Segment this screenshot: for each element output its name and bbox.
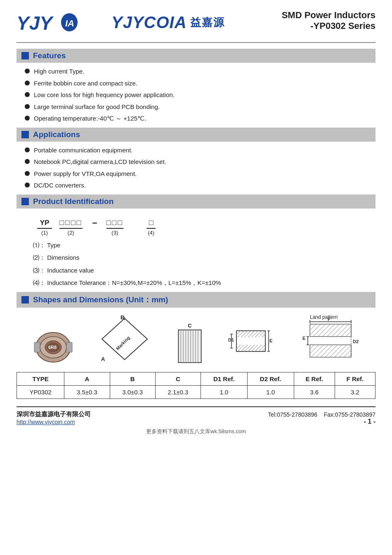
pid-legend-desc-3: Inductance value: [47, 267, 94, 274]
pid-num-4: (4): [148, 230, 154, 236]
shapes-diagrams-row: 6R8 B A Marking: [17, 314, 375, 364]
cell-b: 3.0±0.3: [110, 385, 155, 398]
cell-e: 3.6: [294, 385, 335, 398]
svg-rect-44: [310, 345, 351, 357]
website-link[interactable]: http://www.yjycoin.com: [17, 419, 75, 425]
side-svg: D1 E: [228, 318, 274, 364]
list-item: High current Type.: [25, 67, 375, 76]
shapes-square-icon: [21, 296, 29, 304]
inductor-diagram: 6R8: [33, 327, 74, 364]
bullet-icon: [25, 116, 30, 121]
svg-text:E: E: [302, 336, 305, 341]
land-pattern-diagram: Land pattern F: [298, 314, 359, 364]
rect-svg: [177, 329, 202, 364]
land-svg: F E D2: [298, 314, 359, 364]
svg-rect-43: [310, 324, 351, 337]
list-item: Ferrite bobbin core and compact size.: [25, 79, 375, 88]
list-item: DC/DC converters.: [25, 181, 375, 190]
footer-fax: Fax:0755-27803897: [324, 411, 375, 418]
pid-legend-desc-1: Type: [47, 242, 61, 249]
bullet-icon: [25, 159, 30, 164]
pid-part-3: □□□ (3): [106, 218, 124, 236]
header: YJY IA YJYCOIA 益嘉源 SMD Power Inductors -…: [17, 10, 375, 35]
feature-text: Large terminal surface for good PCB bond…: [34, 102, 160, 112]
features-list: High current Type. Ferrite bobbin core a…: [25, 67, 375, 123]
main-title: SMD Power Inductors: [282, 10, 375, 21]
table-header-e: E Ref.: [294, 372, 335, 385]
pid-legend-num-2: ⑵：: [33, 254, 45, 261]
bullet-icon: [25, 183, 30, 187]
company-name: 深圳市益嘉源电子有限公司: [17, 410, 91, 418]
label-c: C: [188, 323, 191, 329]
pid-separator-1: －: [90, 217, 99, 229]
bullet-icon: [25, 147, 30, 152]
svg-rect-8: [34, 342, 40, 352]
svg-text:F: F: [328, 317, 331, 322]
feature-text: Operating temperature:-40℃ ～ +125℃.: [34, 114, 146, 123]
features-section-header: Features: [17, 49, 375, 63]
header-title: SMD Power Inductors -YP0302 Series: [282, 10, 375, 31]
watermark: 更多资料下载请到五八文库wk.58sms.com: [17, 428, 375, 435]
table-header-c: C: [155, 372, 201, 385]
pid-legend-num-4: ⑷：: [33, 279, 45, 286]
svg-rect-28: [236, 331, 265, 337]
footer-left: 深圳市益嘉源电子有限公司 http://www.yjycoin.com: [17, 410, 91, 425]
list-item: Low core loss for high frequency power a…: [25, 90, 375, 100]
pid-legend-desc-2: Dimensions: [47, 254, 79, 261]
cell-f: 3.2: [335, 385, 375, 398]
cell-d1: 1.0: [201, 385, 247, 398]
applications-list: Portable communication equipment. Notebo…: [25, 146, 375, 190]
pid-boxes-3: □□□: [106, 218, 124, 229]
application-text: Power supply for VTR,OA equipment.: [34, 169, 137, 179]
logo-area: YJY IA YJYCOIA 益嘉源: [17, 10, 225, 35]
page-wrapper: YJY IA YJYCOIA 益嘉源 SMD Power Inductors -…: [0, 0, 392, 555]
svg-text:YJY: YJY: [17, 12, 54, 34]
pid-legend-item-2: ⑵： Dimensions: [33, 253, 375, 263]
features-square-icon: [21, 52, 29, 59]
pid-box-1: □: [146, 218, 156, 229]
bullet-icon: [25, 92, 30, 97]
product-id-title: Product Identification: [33, 197, 113, 206]
applications-square-icon: [21, 131, 29, 138]
diamond-diagram: B A Marking: [98, 314, 151, 364]
pid-legend-num-3: ⑶：: [33, 267, 45, 274]
applications-section-header: Applications: [17, 128, 375, 142]
pid-num-1: (1): [41, 230, 48, 236]
footer-tel: Tel:0755-27803896: [268, 411, 317, 418]
feature-text: High current Type.: [34, 67, 84, 76]
features-title: Features: [33, 51, 66, 60]
logo-svg: YJY IA: [17, 10, 107, 35]
cell-type: YP0302: [17, 385, 64, 398]
bullet-icon: [25, 81, 30, 85]
pid-part-4: □ (4): [146, 218, 156, 236]
pid-legend-item-4: ⑷： Inductance Tolerance：N=±30%,M=±20%，L=…: [33, 278, 375, 288]
feature-text: Low core loss for high frequency power a…: [34, 90, 175, 100]
shapes-section: Shapes and Dimensions (Unit：mm) 6R8: [17, 292, 375, 399]
bullet-icon: [25, 171, 30, 176]
product-id-diagram: YP (1) □□□□ (2) － □□□ (3) □ (4): [37, 217, 375, 236]
applications-title: Applications: [33, 130, 80, 139]
table-row: YP0302 3.5±0.3 3.0±0.3 2.1±0.3 1.0 1.0 3…: [17, 385, 375, 398]
header-divider: [17, 42, 375, 43]
list-item: Notebook PC,digital carmera,LCD televisi…: [25, 157, 375, 167]
diamond-svg: Marking: [98, 314, 151, 364]
pid-boxes-4: □□□□: [59, 218, 83, 229]
pid-legend: ⑴： Type ⑵： Dimensions ⑶： Inductance valu…: [33, 241, 375, 288]
shapes-section-header: Shapes and Dimensions (Unit：mm): [17, 292, 375, 308]
feature-text: Ferrite bobbin core and compact size.: [34, 79, 137, 88]
cell-a: 3.5±0.3: [64, 385, 110, 398]
svg-rect-9: [66, 342, 72, 352]
list-item: Power supply for VTR,OA equipment.: [25, 169, 375, 179]
product-id-square-icon: [21, 198, 29, 205]
pid-part-1: YP (1): [37, 219, 52, 236]
list-item: Portable communication equipment.: [25, 146, 375, 155]
pid-legend-num-1: ⑴：: [33, 242, 45, 249]
sub-title: -YP0302 Series: [282, 21, 375, 31]
pid-legend-item-1: ⑴： Type: [33, 241, 375, 250]
table-header-type: TYPE: [17, 372, 64, 385]
table-header-b: B: [110, 372, 155, 385]
cell-c: 2.1±0.3: [155, 385, 201, 398]
application-text: Notebook PC,digital carmera,LCD televisi…: [34, 157, 166, 167]
table-header-d2: D2 Ref.: [247, 372, 294, 385]
svg-text:6R8: 6R8: [48, 345, 57, 350]
